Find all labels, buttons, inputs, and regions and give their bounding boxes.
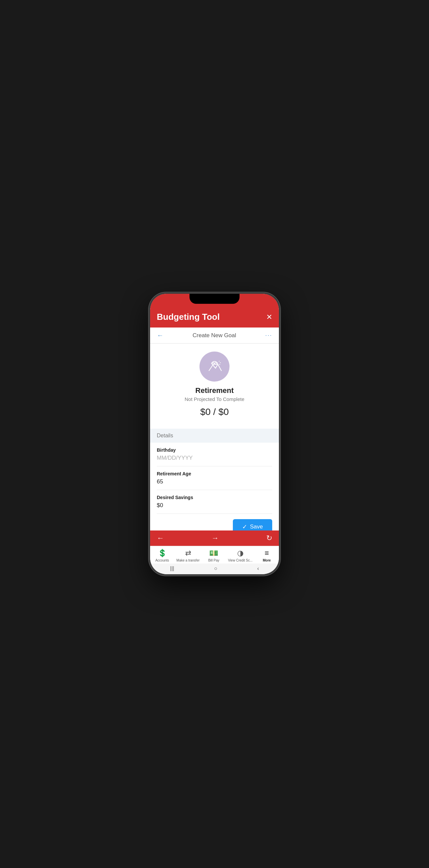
tab-more[interactable]: ≡ More: [257, 549, 277, 562]
tab-transfer[interactable]: ⇄ Make a transfer: [176, 549, 199, 562]
goal-status: Not Projected To Complete: [185, 396, 244, 402]
tab-bar: 💲 Accounts ⇄ Make a transfer 💵 Bill Pay …: [150, 546, 279, 563]
more-icon: ≡: [265, 549, 269, 558]
nav-bar: ← Create New Goal ···: [150, 328, 279, 344]
svg-line-3: [219, 361, 220, 362]
more-options-button[interactable]: ···: [265, 332, 272, 339]
accounts-label: Accounts: [156, 559, 169, 562]
retirement-age-value[interactable]: 65: [157, 478, 272, 485]
nav-back-button[interactable]: ←: [157, 534, 164, 542]
close-button[interactable]: ✕: [266, 313, 272, 321]
main-content: Retirement Not Projected To Complete $0 …: [150, 344, 279, 530]
save-button-label: Save: [250, 524, 263, 530]
goal-icon-circle: [199, 351, 230, 381]
birthday-label: Birthday: [157, 447, 272, 453]
billpay-label: Bill Pay: [208, 559, 219, 562]
phone-screen: Budgeting Tool ✕ ← Create New Goal ···: [150, 294, 279, 574]
save-check-icon: ✓: [242, 523, 247, 530]
desired-savings-field-group: Desired Savings $0: [157, 490, 272, 514]
app-header: Budgeting Tool ✕: [150, 308, 279, 328]
goal-name: Retirement: [196, 386, 234, 395]
transfer-label: Make a transfer: [176, 559, 199, 562]
retirement-mountains-icon: [206, 358, 223, 375]
retirement-age-field-group: Retirement Age 65: [157, 466, 272, 490]
retirement-age-label: Retirement Age: [157, 471, 272, 476]
home-ind-right: ‹: [257, 565, 259, 571]
billpay-icon: 💵: [209, 549, 218, 558]
more-label: More: [263, 559, 271, 562]
nav-title: Create New Goal: [193, 332, 236, 339]
goal-amount: $0 / $0: [200, 407, 229, 417]
form-fields: Birthday MM/DD/YYYY Retirement Age 65 De…: [150, 443, 279, 514]
back-button[interactable]: ←: [157, 332, 163, 339]
home-indicator-bar: ||| ○ ‹: [150, 563, 279, 574]
nav-forward-button[interactable]: →: [211, 534, 219, 542]
save-area: ✓ Save: [150, 514, 279, 530]
tab-billpay[interactable]: 💵 Bill Pay: [204, 549, 224, 562]
details-label: Details: [157, 433, 173, 438]
desired-savings-value[interactable]: $0: [157, 502, 272, 509]
save-button[interactable]: ✓ Save: [233, 519, 272, 530]
accounts-icon: 💲: [158, 549, 167, 558]
nav-refresh-button[interactable]: ↻: [266, 534, 272, 542]
bottom-red-nav: ← → ↻: [150, 530, 279, 546]
details-section-header: Details: [150, 429, 279, 443]
credit-icon: ◑: [237, 549, 243, 558]
birthday-value[interactable]: MM/DD/YYYY: [157, 455, 272, 461]
home-ind-center: ○: [214, 565, 218, 571]
desired-savings-label: Desired Savings: [157, 495, 272, 500]
tab-accounts[interactable]: 💲 Accounts: [152, 549, 172, 562]
birthday-field-group: Birthday MM/DD/YYYY: [157, 443, 272, 466]
transfer-icon: ⇄: [185, 549, 191, 558]
svg-line-4: [220, 363, 221, 363]
tab-credit[interactable]: ◑ View Credit Sc...: [228, 549, 253, 562]
home-ind-left: |||: [170, 565, 174, 571]
svg-line-5: [219, 364, 220, 365]
goal-icon-section: Retirement Not Projected To Complete $0 …: [150, 344, 279, 426]
phone-notch: [190, 294, 239, 304]
app-title: Budgeting Tool: [157, 312, 220, 322]
credit-label: View Credit Sc...: [228, 559, 253, 562]
phone-frame: Budgeting Tool ✕ ← Create New Goal ···: [150, 293, 279, 575]
